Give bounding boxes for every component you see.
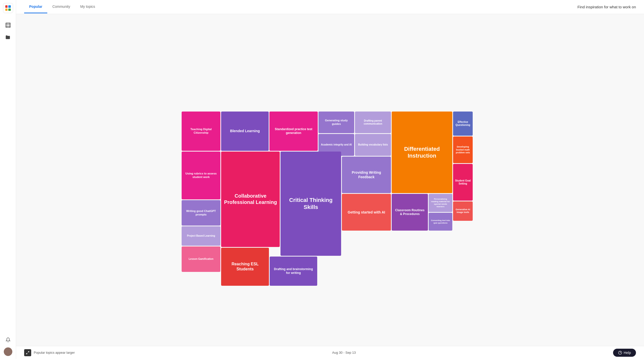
cell-label-using-rubrics: Using rubrics to assess student work: [184, 172, 218, 179]
treemap-cell-project-based[interactable]: Project Based Learning: [182, 226, 220, 245]
cell-label-critical-thinking: Critical Thinking Skills: [283, 197, 339, 210]
treemap-cell-classroom-routines[interactable]: Classroom Routines & Procedures: [392, 194, 428, 231]
treemap: Teaching Digital CitizenshipBlended Lear…: [182, 112, 478, 247]
cell-label-academic-integrity: Academic integrity and AI: [321, 143, 352, 147]
folder-icon[interactable]: [4, 33, 13, 42]
cell-label-teaching-digital: Teaching Digital Citizenship: [184, 128, 218, 135]
help-label: Help: [624, 351, 631, 355]
treemap-cell-building-vocabulary[interactable]: Building vocabulary lists: [355, 134, 391, 156]
treemap-container: Teaching Digital CitizenshipBlended Lear…: [24, 20, 636, 339]
cell-label-generative-ai: Generative AI image tools: [455, 208, 471, 214]
cell-label-reaching-esl: Reaching ESL Students: [223, 262, 267, 272]
svg-rect-0: [6, 23, 10, 27]
help-button[interactable]: Help: [613, 349, 636, 357]
cell-label-building-vocabulary: Building vocabulary lists: [358, 143, 388, 147]
treemap-cell-drafting-brainstorming[interactable]: Drafting and brainstorming for writing: [270, 257, 317, 286]
cell-label-effective-questioning: Effective Questioning: [455, 121, 471, 127]
cell-label-student-goal: Student Goal Setting: [455, 179, 471, 186]
cell-label-classroom-routines: Classroom Routines & Procedures: [394, 208, 426, 216]
treemap-cell-drafting-parent[interactable]: Drafting parent communication: [355, 112, 391, 133]
cell-label-blended-learning: Blended Learning: [230, 129, 260, 133]
cell-label-collaborative: Collaborative Professional Learning: [223, 193, 278, 205]
treemap-cell-standardized-practice[interactable]: Standardized practice test generation: [269, 112, 318, 151]
treemap-cell-getting-started[interactable]: Getting started with AI: [342, 194, 391, 231]
navigation-tabs: Popular Community My topics: [24, 1, 100, 13]
main-content: Popular Community My topics Find inspira…: [16, 0, 644, 359]
page-title: Find inspiration for what to work on: [577, 5, 636, 9]
cell-label-standardized-practice: Standardized practice test generation: [271, 127, 316, 135]
cell-label-generating-study: Generating study guides: [320, 119, 352, 126]
treemap-cell-developing-leveled[interactable]: Developing leveled math problem sets: [453, 136, 473, 163]
bell-icon[interactable]: [4, 335, 13, 344]
treemap-cell-student-goal[interactable]: Student Goal Setting: [453, 164, 473, 201]
treemap-cell-differentiated[interactable]: Differentiated Instruction: [392, 112, 452, 193]
date-range: Aug 30 - Sep 13: [332, 351, 356, 354]
cell-label-converting-text: Converting text into quiz questions: [431, 219, 450, 224]
treemap-cell-teaching-digital[interactable]: Teaching Digital Citizenship: [182, 112, 220, 151]
cell-label-project-based: Project Based Learning: [187, 234, 215, 238]
cell-label-providing-writing: Providing Writing Feedback: [344, 170, 389, 179]
cell-label-personalizing-reading: Personalizing reading material for speci…: [431, 198, 450, 208]
treemap-cell-collaborative[interactable]: Collaborative Professional Learning: [221, 152, 280, 247]
bottom-bar: Popular topics appear larger Aug 30 - Se…: [16, 346, 644, 359]
treemap-cell-blended-learning[interactable]: Blended Learning: [221, 112, 269, 151]
bottom-hint: Popular topics appear larger: [24, 349, 75, 356]
app-logo[interactable]: [3, 3, 13, 13]
expand-icon[interactable]: [24, 349, 31, 356]
cell-label-developing-leveled: Developing leveled math problem sets: [455, 146, 471, 154]
treemap-cell-writing-chatgpt[interactable]: Writing good ChatGPT prompts: [182, 200, 220, 226]
film-icon[interactable]: [4, 21, 13, 30]
cell-label-drafting-parent: Drafting parent communication: [357, 119, 389, 126]
cell-label-drafting-brainstorming: Drafting and brainstorming for writing: [272, 267, 315, 275]
treemap-cell-effective-questioning[interactable]: Effective Questioning: [453, 112, 473, 136]
tab-my-topics[interactable]: My topics: [75, 1, 100, 13]
cell-label-lesson-gamification: Lesson Gamification: [189, 258, 213, 261]
cell-label-writing-chatgpt: Writing good ChatGPT prompts: [184, 209, 218, 217]
top-bar: Popular Community My topics Find inspira…: [16, 0, 644, 14]
tab-popular[interactable]: Popular: [24, 1, 47, 13]
treemap-cell-personalizing-reading[interactable]: Personalizing reading material for speci…: [429, 194, 452, 212]
content-area: Teaching Digital CitizenshipBlended Lear…: [16, 14, 644, 346]
sidebar: [0, 0, 16, 359]
treemap-cell-using-rubrics[interactable]: Using rubrics to assess student work: [182, 152, 220, 200]
treemap-cell-generative-ai[interactable]: Generative AI image tools: [453, 201, 473, 221]
tab-community[interactable]: Community: [47, 1, 75, 13]
cell-label-getting-started: Getting started with AI: [348, 210, 385, 215]
treemap-cell-converting-text[interactable]: Converting text into quiz questions: [429, 213, 452, 231]
treemap-cell-lesson-gamification[interactable]: Lesson Gamification: [182, 246, 220, 272]
treemap-cell-generating-study[interactable]: Generating study guides: [318, 112, 354, 133]
avatar[interactable]: [4, 347, 12, 356]
hint-label: Popular topics appear larger: [34, 351, 75, 354]
cell-label-differentiated: Differentiated Instruction: [394, 146, 450, 159]
treemap-cell-providing-writing[interactable]: Providing Writing Feedback: [342, 157, 391, 193]
treemap-cell-reaching-esl[interactable]: Reaching ESL Students: [221, 248, 269, 286]
treemap-cell-critical-thinking[interactable]: Critical Thinking Skills: [280, 152, 341, 256]
